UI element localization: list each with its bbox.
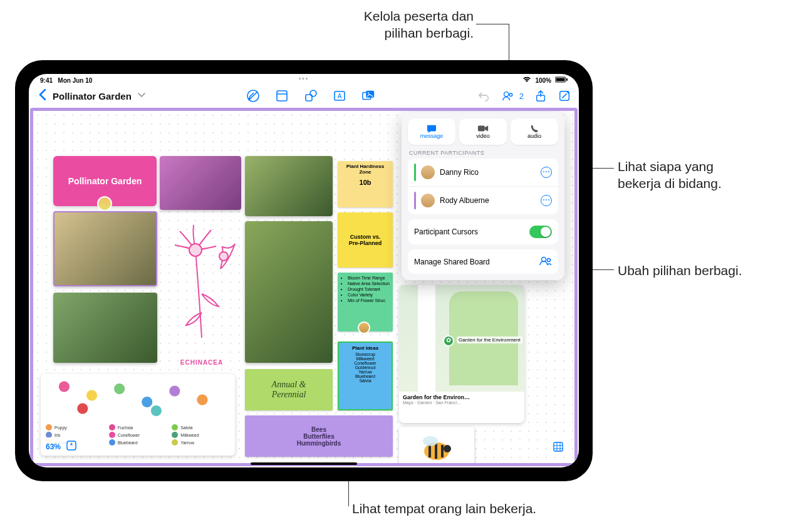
card-bees[interactable]: Bees Butterflies Hummingbirds: [245, 415, 393, 457]
svg-point-17: [219, 252, 228, 261]
sticky-ideas-item: Milkweed: [341, 357, 389, 361]
multitask-dots[interactable]: •••: [299, 75, 309, 82]
sticky-bloom-item: Drought Tolerant: [348, 286, 390, 292]
map-footer-title: Garden for the Environ…: [403, 394, 521, 400]
photo-bee[interactable]: [53, 211, 157, 286]
participant-cursor-avatar: [97, 196, 112, 211]
zoom-value: 63%: [46, 442, 61, 451]
sketch-label: ECHINACEA: [161, 359, 242, 366]
collaborate-icon[interactable]: [501, 89, 514, 103]
legend-item: Milkweed: [172, 432, 230, 438]
sticky-hardiness-value: 10b: [340, 179, 390, 186]
sticky-ideas-item: Bluebeard: [341, 374, 389, 378]
legend-label: Poppy: [55, 425, 67, 430]
legend-item: Yarrow: [172, 439, 230, 446]
audio-label: audio: [527, 133, 541, 139]
screen: ••• 9:41 Mon Jun 10 100% Pollina: [29, 74, 579, 467]
legend-item: Salvia: [172, 424, 230, 430]
share-icon[interactable]: [534, 89, 548, 103]
legend-dot: [109, 424, 115, 430]
board-title[interactable]: Pollinator Garden: [53, 91, 132, 102]
svg-point-16: [189, 244, 202, 256]
participant-avatar: [421, 165, 435, 179]
video-button[interactable]: video: [459, 118, 507, 145]
manage-shared-board-label: Manage Shared Board: [414, 258, 490, 266]
svg-rect-19: [429, 445, 431, 457]
legend-swatches: [46, 378, 230, 422]
participant-more-icon[interactable]: ⋯: [541, 167, 552, 178]
svg-point-28: [548, 259, 551, 262]
map-card[interactable]: ✿ Garden for the Environment Garden for …: [399, 285, 524, 423]
back-button[interactable]: [36, 89, 49, 103]
video-label: video: [476, 133, 490, 139]
message-button[interactable]: message: [408, 118, 455, 145]
svg-point-22: [423, 436, 438, 446]
right-tools: 2: [477, 89, 571, 103]
chevron-down-icon[interactable]: [138, 92, 145, 100]
board-canvas[interactable]: Pollinator Garden: [30, 108, 578, 466]
sticky-bloom-item: Bloom Time Range: [348, 275, 390, 281]
sticky-ideas-title: Plant Ideas: [341, 345, 389, 351]
sketch-echinacea[interactable]: ECHINACEA: [161, 212, 242, 357]
sticky-bloom[interactable]: Bloom Time RangeNative Area SelectionDro…: [338, 273, 393, 331]
svg-point-12: [504, 92, 508, 96]
board-title-card[interactable]: Pollinator Garden: [53, 156, 157, 206]
navigator-icon[interactable]: [66, 440, 77, 453]
participant-color-bar: [414, 164, 416, 181]
toolbar: Pollinator Garden A: [29, 85, 579, 107]
callout-line: [476, 24, 509, 24]
svg-rect-4: [277, 91, 287, 101]
text-tool-icon[interactable]: A: [333, 89, 346, 103]
participant-cursors-row[interactable]: Participant Cursors: [408, 219, 558, 244]
legend-label: Salvia: [180, 425, 192, 430]
new-board-icon[interactable]: [558, 89, 571, 103]
sticky-ideas-item: Coneflower: [341, 361, 389, 365]
legend-label: Fuchsia: [118, 425, 133, 430]
map-body: ✿ Garden for the Environment: [399, 285, 524, 392]
shapes-tool-icon[interactable]: [304, 89, 318, 103]
participant-more-icon[interactable]: ⋯: [541, 195, 552, 206]
svg-rect-26: [478, 126, 485, 132]
svg-rect-1: [556, 78, 565, 81]
participant-row[interactable]: Rody Albuerne⋯: [408, 186, 558, 214]
media-tool-icon[interactable]: [361, 89, 375, 103]
legend-dot: [172, 424, 178, 430]
audio-button[interactable]: audio: [511, 118, 558, 145]
participant-color-bar: [414, 192, 416, 209]
status-right: 100%: [522, 76, 568, 84]
participant-cursors-toggle[interactable]: [529, 226, 552, 238]
sticky-custom[interactable]: Custom vs. Pre-Planned: [338, 212, 393, 268]
collab-count: 2: [519, 91, 524, 101]
svg-point-11: [368, 92, 369, 93]
photo-garden-1[interactable]: [53, 293, 157, 363]
sticky-hardiness[interactable]: Plant Hardiness Zone 10b: [338, 161, 393, 207]
sticky-tool-icon[interactable]: [275, 89, 289, 103]
board-title-card-text: Pollinator Garden: [68, 176, 142, 186]
photo-garden-2[interactable]: [245, 221, 333, 363]
legend-item: Coneflower: [109, 432, 167, 438]
grid-toggle[interactable]: [549, 438, 567, 456]
legend-label: Bluebeard: [118, 441, 138, 445]
undo-icon[interactable]: [477, 89, 491, 103]
svg-point-13: [509, 93, 512, 96]
sticky-bloom-item: Color Variety: [348, 292, 390, 298]
legend-item: Bluebeard: [109, 439, 167, 446]
sticky-plant-ideas[interactable]: Plant Ideas StonecropMilkweedConeflowerG…: [338, 342, 393, 410]
participant-name: Danny Rico: [440, 168, 536, 177]
zoom-control[interactable]: 63%: [41, 437, 82, 456]
home-indicator[interactable]: [251, 462, 357, 465]
svg-rect-20: [435, 444, 437, 459]
legend-label: Milkweed: [180, 433, 199, 437]
sticky-ideas-item: Goldenrod: [341, 365, 389, 370]
photo-flowers-1[interactable]: [160, 156, 241, 210]
note-annual-perennial[interactable]: Annual & Perennial: [245, 369, 333, 410]
clipart-bee[interactable]: [399, 427, 474, 466]
ipad-frame: ••• 9:41 Mon Jun 10 100% Pollina: [15, 60, 593, 481]
participant-row[interactable]: Danny Rico⋯: [408, 159, 558, 186]
photo-flowers-2[interactable]: [245, 156, 333, 216]
manage-shared-board-row[interactable]: Manage Shared Board: [408, 249, 558, 274]
pen-tool-icon[interactable]: [246, 89, 260, 103]
callout-top: Kelola peserta dan pilihan berbagi.: [348, 8, 474, 42]
popover-manage: Manage Shared Board: [408, 249, 558, 274]
legend-dot: [109, 432, 115, 438]
